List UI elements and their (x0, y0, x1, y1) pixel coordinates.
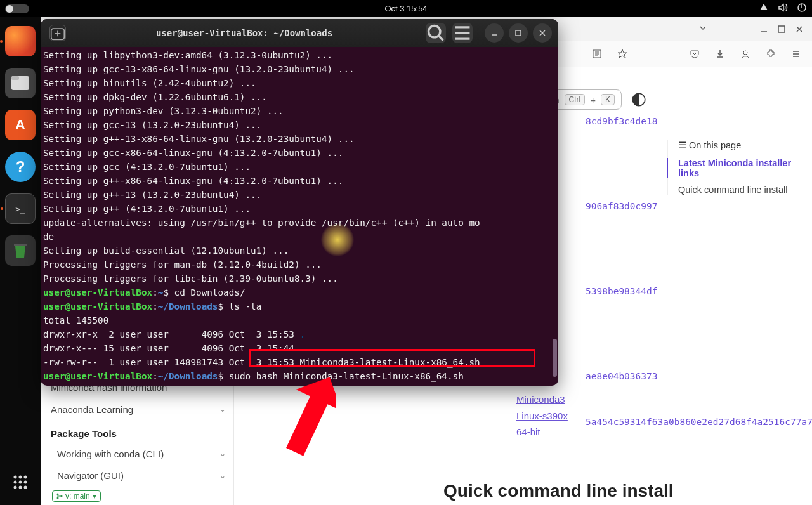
network-icon[interactable] (759, 3, 769, 15)
extensions-icon[interactable] (763, 46, 779, 62)
hash-value[interactable]: ae8e04b036373 (586, 371, 658, 456)
terminal-close-button[interactable] (533, 23, 552, 43)
download-link-s390x[interactable]: Miniconda3 Linux-s390x 64-bit (516, 391, 580, 440)
hamburger-menu-icon[interactable] (788, 46, 804, 62)
svg-rect-13 (778, 26, 785, 32)
terminal-header[interactable]: user@user-VirtualBox: ~/Downloads (41, 19, 558, 47)
toc-link-installer-links[interactable]: Latest Miniconda installer links (667, 158, 801, 178)
chevron-down-icon: ⌄ (219, 405, 226, 414)
dock-help[interactable]: ? (5, 152, 36, 182)
volume-icon[interactable] (778, 3, 788, 15)
quick-cli-heading: Quick command line install (443, 481, 674, 501)
system-tray[interactable] (759, 0, 807, 17)
reader-icon[interactable] (589, 46, 605, 62)
svg-rect-2 (11, 76, 19, 80)
hash-value[interactable]: 5a454c59314f63a0b860e2ed27d68f4a2516c77a… (586, 417, 812, 427)
dock-software[interactable]: A (5, 110, 36, 140)
svg-point-9 (24, 481, 27, 484)
bookmark-star-icon[interactable] (614, 46, 631, 62)
download-icon[interactable] (712, 46, 728, 62)
topbar-clock[interactable]: Oct 3 15:54 (384, 4, 427, 13)
svg-point-10 (14, 486, 17, 489)
svg-point-22 (429, 26, 440, 37)
chevron-down-icon: ⌄ (219, 449, 226, 458)
sidebar-item-navigator[interactable]: Navigator (GUI)⌄ (51, 464, 233, 487)
terminal-minimize-button[interactable] (485, 23, 504, 43)
svg-rect-23 (516, 30, 521, 36)
gnome-terminal-window: user@user-VirtualBox: ~/Downloads Settin… (41, 19, 558, 386)
sidebar-item-conda-cli[interactable]: Working with conda (CLI)⌄ (51, 443, 233, 465)
svg-point-11 (19, 486, 22, 489)
svg-point-7 (14, 481, 17, 484)
sidebar-section-packagetools: Package Tools (51, 421, 233, 443)
browser-close-button[interactable] (790, 20, 808, 38)
gnome-topbar: Oct 3 15:54 (0, 0, 812, 17)
svg-point-12 (24, 486, 27, 489)
terminal-scrollbar[interactable] (553, 339, 557, 377)
tab-overflow-icon[interactable] (698, 23, 708, 36)
terminal-new-tab-button[interactable] (49, 25, 66, 41)
pocket-icon[interactable] (686, 46, 703, 62)
kbd-k: K (601, 94, 615, 105)
theme-toggle-icon[interactable] (631, 91, 647, 108)
hash-column: 8cd9bf3c4de18 906af83d0c997 5398be98344d… (586, 116, 658, 456)
hash-value[interactable]: 5398be98344df (586, 286, 658, 371)
ubuntu-dock: A ? >_ (0, 17, 41, 505)
dock-trash[interactable] (5, 235, 36, 266)
terminal-menu-button[interactable] (452, 23, 473, 43)
toc-link-quick-install[interactable]: Quick command line install (678, 185, 801, 195)
browser-maximize-button[interactable] (773, 20, 790, 38)
sidebar-item-learning[interactable]: Anaconda Learning⌄ (51, 398, 233, 421)
svg-point-5 (19, 476, 22, 479)
terminal-body[interactable]: Setting up libpython3-dev:amd64 (3.12.3-… (41, 47, 558, 386)
chevron-down-icon: ⌄ (219, 471, 226, 480)
toc-header: On this page (689, 140, 741, 150)
svg-rect-3 (14, 244, 27, 246)
terminal-title: user@user-VirtualBox: ~/Downloads (66, 28, 422, 38)
browser-minimize-button[interactable] (755, 20, 773, 38)
dock-files[interactable] (5, 68, 36, 98)
dock-show-apps[interactable] (6, 468, 34, 496)
hash-value[interactable]: 906af83d0c997 (586, 201, 658, 286)
on-this-page-toc: ☰ On this page Latest Miniconda installe… (667, 140, 801, 195)
dock-terminal[interactable]: >_ (5, 193, 36, 224)
version-branch-selector[interactable]: v: main ▾ (52, 490, 101, 502)
power-icon[interactable] (797, 3, 807, 15)
hash-value[interactable]: 8cd9bf3c4de18 (586, 116, 658, 201)
svg-point-6 (24, 476, 27, 479)
account-icon[interactable] (737, 46, 754, 62)
svg-point-8 (19, 481, 22, 484)
kbd-ctrl: Ctrl (565, 94, 586, 105)
terminal-maximize-button[interactable] (509, 23, 528, 43)
svg-point-4 (14, 476, 17, 479)
list-icon: ☰ (678, 140, 689, 150)
terminal-search-button[interactable] (426, 23, 446, 43)
activities-pill[interactable] (5, 4, 29, 13)
svg-point-15 (743, 51, 747, 55)
dock-firefox[interactable] (5, 26, 36, 56)
